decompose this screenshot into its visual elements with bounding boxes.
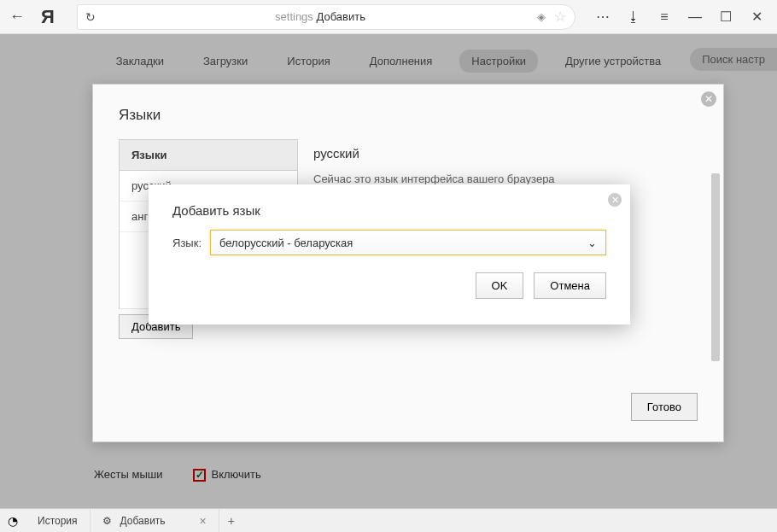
yandex-logo[interactable]: Я bbox=[34, 6, 60, 28]
reload-icon[interactable]: ↻ bbox=[78, 10, 103, 24]
shield-icon[interactable]: ◈ bbox=[537, 10, 554, 23]
clock-icon[interactable]: ◔ bbox=[0, 514, 26, 528]
add-language-dialog: ✕ Добавить язык Язык: белорусский - бела… bbox=[149, 184, 630, 324]
new-tab-button[interactable]: + bbox=[219, 514, 243, 528]
scrollbar[interactable] bbox=[711, 173, 720, 361]
bookmark-star-icon[interactable]: ☆ bbox=[554, 9, 575, 25]
menu-icon[interactable]: ≡ bbox=[649, 2, 680, 32]
chevron-down-icon: ⌄ bbox=[587, 237, 597, 249]
selected-language: белорусский - беларуская bbox=[219, 237, 353, 249]
current-language-title: русский bbox=[313, 146, 682, 161]
close-window-icon[interactable]: ✕ bbox=[741, 2, 772, 32]
gear-icon: ⚙ bbox=[102, 515, 112, 527]
tab-close-icon[interactable]: × bbox=[200, 514, 207, 528]
maximize-icon[interactable]: ☐ bbox=[710, 2, 741, 32]
minimize-icon[interactable]: — bbox=[680, 2, 710, 32]
address-bar[interactable]: ↻ settings Добавить ◈ ☆ bbox=[77, 4, 575, 30]
done-button[interactable]: Готово bbox=[631, 393, 698, 421]
ok-button[interactable]: OK bbox=[476, 272, 524, 299]
add-dialog-title: Добавить язык bbox=[149, 184, 630, 230]
sidebar-header: Языки bbox=[120, 140, 297, 171]
downloads-icon[interactable]: ⭳ bbox=[618, 2, 649, 32]
taskbar-tab-add[interactable]: ⚙ Добавить × bbox=[91, 509, 219, 533]
close-icon[interactable]: ✕ bbox=[608, 193, 622, 207]
titlebar: ← Я ↻ settings Добавить ◈ ☆ ⋯ ⭳ ≡ — ☐ ✕ bbox=[0, 0, 777, 34]
taskbar: ◔ История ⚙ Добавить × + bbox=[0, 508, 777, 532]
language-label: Язык: bbox=[172, 237, 202, 249]
cancel-button[interactable]: Отмена bbox=[534, 272, 606, 299]
close-icon[interactable]: ✕ bbox=[701, 91, 716, 107]
taskbar-tab-history[interactable]: История bbox=[26, 509, 91, 533]
url-text: settings Добавить bbox=[103, 10, 537, 23]
back-button[interactable]: ← bbox=[0, 8, 34, 26]
toolbar-icons: ⋯ ⭳ ≡ — ☐ ✕ bbox=[582, 2, 777, 32]
language-select[interactable]: белорусский - беларуская ⌄ bbox=[210, 230, 606, 255]
languages-title: Языки bbox=[93, 85, 723, 139]
current-language-desc: Сейчас это язык интерфейса вашего браузе… bbox=[313, 172, 682, 185]
more-icon[interactable]: ⋯ bbox=[587, 2, 618, 32]
